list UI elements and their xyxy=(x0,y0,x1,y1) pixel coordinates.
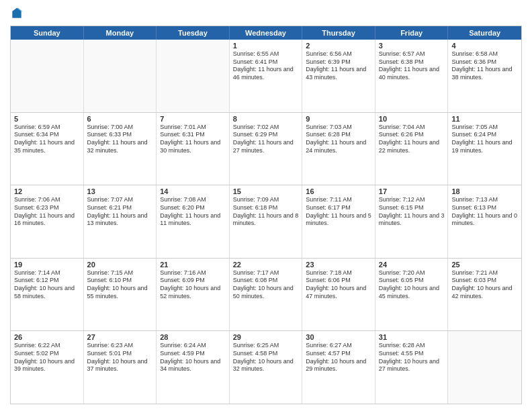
cell-info: Sunrise: 7:13 AM Sunset: 6:13 PM Dayligh… xyxy=(451,196,518,228)
day-number: 31 xyxy=(379,333,445,341)
calendar-cell: 25Sunrise: 7:21 AM Sunset: 6:03 PM Dayli… xyxy=(448,259,521,331)
calendar-cell: 12Sunrise: 7:06 AM Sunset: 6:23 PM Dayli… xyxy=(11,185,84,258)
calendar-cell: 23Sunrise: 7:18 AM Sunset: 6:06 PM Dayli… xyxy=(302,259,375,331)
cell-info: Sunrise: 7:07 AM Sunset: 6:21 PM Dayligh… xyxy=(87,196,153,228)
day-number: 18 xyxy=(451,187,518,195)
cell-info: Sunrise: 6:23 AM Sunset: 5:01 PM Dayligh… xyxy=(87,342,153,373)
cell-info: Sunrise: 7:20 AM Sunset: 6:05 PM Dayligh… xyxy=(379,269,445,301)
cell-info: Sunrise: 6:25 AM Sunset: 4:58 PM Dayligh… xyxy=(233,342,299,373)
calendar-cell: 22Sunrise: 7:17 AM Sunset: 6:08 PM Dayli… xyxy=(230,259,303,331)
calendar-cell: 27Sunrise: 6:23 AM Sunset: 5:01 PM Dayli… xyxy=(84,331,157,404)
calendar-cell: 5Sunrise: 6:59 AM Sunset: 6:34 PM Daylig… xyxy=(11,113,84,185)
cell-info: Sunrise: 7:12 AM Sunset: 6:15 PM Dayligh… xyxy=(379,196,445,228)
cell-info: Sunrise: 7:06 AM Sunset: 6:23 PM Dayligh… xyxy=(14,196,80,228)
day-number: 8 xyxy=(233,115,299,123)
cell-info: Sunrise: 7:09 AM Sunset: 6:18 PM Dayligh… xyxy=(233,196,299,228)
calendar-row-2: 12Sunrise: 7:06 AM Sunset: 6:23 PM Dayli… xyxy=(11,185,521,258)
cell-info: Sunrise: 7:21 AM Sunset: 6:03 PM Dayligh… xyxy=(451,269,518,301)
cell-info: Sunrise: 7:01 AM Sunset: 6:31 PM Dayligh… xyxy=(160,124,226,155)
calendar-cell: 11Sunrise: 7:05 AM Sunset: 6:24 PM Dayli… xyxy=(448,113,521,185)
cell-info: Sunrise: 7:08 AM Sunset: 6:20 PM Dayligh… xyxy=(160,196,226,228)
day-number: 2 xyxy=(306,42,371,50)
day-number: 19 xyxy=(14,261,80,269)
day-name-tuesday: Tuesday xyxy=(157,26,230,40)
logo xyxy=(10,7,26,20)
day-number: 29 xyxy=(233,333,299,341)
calendar-cell: 6Sunrise: 7:00 AM Sunset: 6:33 PM Daylig… xyxy=(84,113,157,185)
cell-info: Sunrise: 6:28 AM Sunset: 4:55 PM Dayligh… xyxy=(379,342,445,373)
calendar-cell xyxy=(11,40,84,112)
calendar-cell: 26Sunrise: 6:22 AM Sunset: 5:02 PM Dayli… xyxy=(11,331,84,404)
day-number: 10 xyxy=(379,115,445,123)
calendar-cell: 16Sunrise: 7:11 AM Sunset: 6:17 PM Dayli… xyxy=(302,185,375,258)
calendar-cell: 29Sunrise: 6:25 AM Sunset: 4:58 PM Dayli… xyxy=(230,331,303,404)
calendar-cell: 8Sunrise: 7:02 AM Sunset: 6:29 PM Daylig… xyxy=(230,113,303,185)
page-header xyxy=(10,7,522,20)
calendar-cell: 21Sunrise: 7:16 AM Sunset: 6:09 PM Dayli… xyxy=(157,259,230,331)
day-number: 27 xyxy=(87,333,153,341)
cell-info: Sunrise: 7:17 AM Sunset: 6:08 PM Dayligh… xyxy=(233,269,299,301)
day-number: 9 xyxy=(306,115,371,123)
calendar-cell: 13Sunrise: 7:07 AM Sunset: 6:21 PM Dayli… xyxy=(84,185,157,258)
cell-info: Sunrise: 6:57 AM Sunset: 6:38 PM Dayligh… xyxy=(379,50,445,82)
calendar-cell: 31Sunrise: 6:28 AM Sunset: 4:55 PM Dayli… xyxy=(375,331,449,404)
calendar-cell xyxy=(448,331,521,404)
calendar-cell: 14Sunrise: 7:08 AM Sunset: 6:20 PM Dayli… xyxy=(157,185,230,258)
calendar-cell: 18Sunrise: 7:13 AM Sunset: 6:13 PM Dayli… xyxy=(448,185,521,258)
cell-info: Sunrise: 6:27 AM Sunset: 4:57 PM Dayligh… xyxy=(306,342,371,373)
day-number: 13 xyxy=(87,187,153,195)
day-number: 26 xyxy=(14,333,80,341)
day-number: 28 xyxy=(160,333,226,341)
calendar-header: SundayMondayTuesdayWednesdayThursdayFrid… xyxy=(11,26,521,40)
cell-info: Sunrise: 6:22 AM Sunset: 5:02 PM Dayligh… xyxy=(14,342,80,373)
day-number: 16 xyxy=(306,187,371,195)
day-number: 11 xyxy=(451,115,518,123)
calendar-row-4: 26Sunrise: 6:22 AM Sunset: 5:02 PM Dayli… xyxy=(11,330,521,404)
day-number: 1 xyxy=(233,42,299,50)
day-number: 5 xyxy=(14,115,80,123)
calendar-body: 1Sunrise: 6:55 AM Sunset: 6:41 PM Daylig… xyxy=(11,40,521,404)
calendar-cell: 19Sunrise: 7:14 AM Sunset: 6:12 PM Dayli… xyxy=(11,259,84,331)
day-name-friday: Friday xyxy=(375,26,449,40)
day-name-sunday: Sunday xyxy=(11,26,84,40)
calendar-cell: 1Sunrise: 6:55 AM Sunset: 6:41 PM Daylig… xyxy=(230,40,303,112)
cell-info: Sunrise: 7:15 AM Sunset: 6:10 PM Dayligh… xyxy=(87,269,153,301)
day-number: 14 xyxy=(160,187,226,195)
day-number: 20 xyxy=(87,261,153,269)
day-name-thursday: Thursday xyxy=(302,26,375,40)
calendar-cell: 20Sunrise: 7:15 AM Sunset: 6:10 PM Dayli… xyxy=(84,259,157,331)
cell-info: Sunrise: 6:56 AM Sunset: 6:39 PM Dayligh… xyxy=(306,50,371,82)
calendar-row-0: 1Sunrise: 6:55 AM Sunset: 6:41 PM Daylig… xyxy=(11,40,521,112)
cell-info: Sunrise: 7:03 AM Sunset: 6:28 PM Dayligh… xyxy=(306,124,371,155)
day-number: 7 xyxy=(160,115,226,123)
cell-info: Sunrise: 7:04 AM Sunset: 6:26 PM Dayligh… xyxy=(379,124,445,155)
cell-info: Sunrise: 6:59 AM Sunset: 6:34 PM Dayligh… xyxy=(14,124,80,155)
calendar-cell: 7Sunrise: 7:01 AM Sunset: 6:31 PM Daylig… xyxy=(157,113,230,185)
calendar-cell: 3Sunrise: 6:57 AM Sunset: 6:38 PM Daylig… xyxy=(375,40,449,112)
calendar-cell: 15Sunrise: 7:09 AM Sunset: 6:18 PM Dayli… xyxy=(230,185,303,258)
calendar: SundayMondayTuesdayWednesdayThursdayFrid… xyxy=(10,26,522,404)
day-name-saturday: Saturday xyxy=(448,26,521,40)
cell-info: Sunrise: 7:16 AM Sunset: 6:09 PM Dayligh… xyxy=(160,269,226,301)
cell-info: Sunrise: 6:58 AM Sunset: 6:36 PM Dayligh… xyxy=(451,50,518,82)
day-number: 21 xyxy=(160,261,226,269)
cell-info: Sunrise: 7:14 AM Sunset: 6:12 PM Dayligh… xyxy=(14,269,80,301)
calendar-cell: 30Sunrise: 6:27 AM Sunset: 4:57 PM Dayli… xyxy=(302,331,375,404)
calendar-cell: 24Sunrise: 7:20 AM Sunset: 6:05 PM Dayli… xyxy=(375,259,449,331)
day-name-monday: Monday xyxy=(84,26,157,40)
cell-info: Sunrise: 7:05 AM Sunset: 6:24 PM Dayligh… xyxy=(451,124,518,155)
cell-info: Sunrise: 7:02 AM Sunset: 6:29 PM Dayligh… xyxy=(233,124,299,155)
day-number: 3 xyxy=(379,42,445,50)
day-number: 30 xyxy=(306,333,371,341)
cell-info: Sunrise: 7:00 AM Sunset: 6:33 PM Dayligh… xyxy=(87,124,153,155)
calendar-cell: 17Sunrise: 7:12 AM Sunset: 6:15 PM Dayli… xyxy=(375,185,449,258)
day-number: 17 xyxy=(379,187,445,195)
calendar-cell: 2Sunrise: 6:56 AM Sunset: 6:39 PM Daylig… xyxy=(302,40,375,112)
calendar-row-1: 5Sunrise: 6:59 AM Sunset: 6:34 PM Daylig… xyxy=(11,112,521,185)
day-number: 22 xyxy=(233,261,299,269)
day-name-wednesday: Wednesday xyxy=(230,26,303,40)
cell-info: Sunrise: 6:24 AM Sunset: 4:59 PM Dayligh… xyxy=(160,342,226,373)
calendar-cell xyxy=(84,40,157,112)
day-number: 15 xyxy=(233,187,299,195)
calendar-row-3: 19Sunrise: 7:14 AM Sunset: 6:12 PM Dayli… xyxy=(11,258,521,331)
